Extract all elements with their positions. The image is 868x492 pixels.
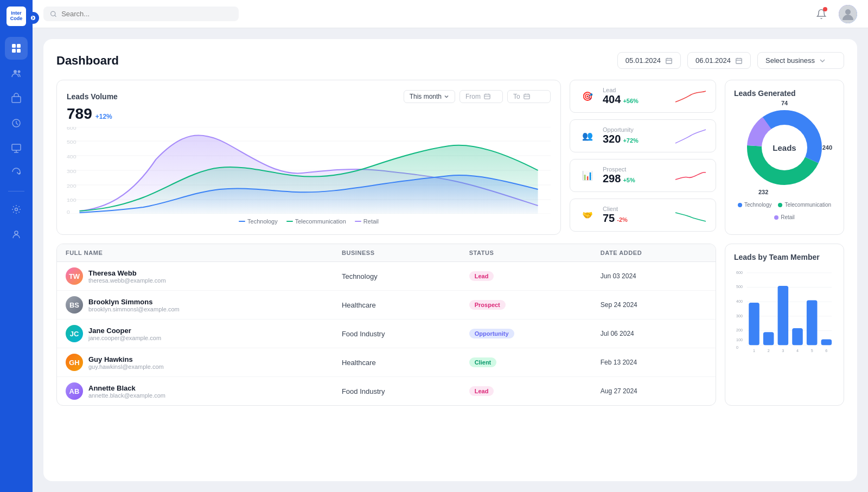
sidebar-item-contacts[interactable] [5, 62, 28, 85]
svg-text:200: 200 [736, 328, 743, 333]
status-cell: Opportunity [461, 320, 592, 348]
svg-point-6 [18, 71, 21, 73]
svg-text:600: 600 [67, 127, 76, 131]
person-name: Annette Black [88, 384, 165, 392]
col-business: Business [333, 244, 461, 262]
stat-value-client: 75 [603, 212, 615, 225]
search-input[interactable] [61, 10, 232, 18]
legend-dot-tech [239, 221, 245, 222]
sidebar-item-dashboard[interactable] [5, 37, 28, 60]
stat-info-client: Client 75 -2% [603, 206, 668, 225]
status-badge: Lead [469, 386, 494, 396]
status-cell: Client [461, 348, 592, 377]
svg-text:500: 500 [67, 139, 76, 145]
avatar[interactable] [839, 5, 857, 23]
calendar-icon-2 [735, 57, 743, 65]
svg-line-12 [55, 15, 56, 17]
person-email: annette.black@example.com [88, 392, 165, 399]
legend-retail: Retail [355, 218, 379, 225]
stat-icon-client: 🤝 [579, 207, 596, 224]
calendar-from-icon [484, 93, 490, 100]
person-cell: TW Theresa Webb theresa.webb@example.com [66, 267, 324, 285]
date-to-picker[interactable]: 06.01.2024 [687, 52, 751, 69]
bar-2 [763, 332, 774, 345]
date-cell: Jun 03 2024 [592, 262, 716, 291]
table-row[interactable]: JC Jane Cooper jane.cooper@example.com F… [57, 320, 716, 348]
table-wrapper: Full Name Business Status Date Added TW … [57, 244, 716, 405]
person-email: jane.cooper@example.com [88, 335, 161, 341]
svg-text:500: 500 [736, 285, 743, 289]
col-status: Status [461, 244, 592, 262]
stat-value-opportunity: 320 [603, 133, 621, 145]
svg-point-14 [845, 9, 851, 15]
bar-3 [778, 286, 789, 345]
sidebar-item-support[interactable] [5, 162, 28, 184]
sidebar-item-screens[interactable] [5, 137, 28, 159]
person-cell: GH Guy Hawkins guy.hawkinsl@example.com [66, 354, 324, 371]
to-date-input[interactable]: To [507, 90, 551, 103]
svg-rect-1 [12, 44, 16, 48]
this-month-btn[interactable]: This month [404, 90, 455, 103]
svg-text:100: 100 [736, 338, 743, 342]
person-avatar: JC [66, 325, 83, 342]
stats-column: 🎯 Lead 404 +56% [570, 80, 716, 235]
date-to-value: 06.01.2024 [695, 56, 731, 65]
stat-value-lead: 404 [603, 93, 621, 106]
svg-text:3: 3 [782, 349, 784, 353]
sidebar-item-business[interactable] [5, 87, 28, 110]
content: Dashboard 05.01.2024 06.01.2024 Select b… [33, 28, 868, 492]
stat-info-lead: Lead 404 +56% [603, 87, 668, 106]
table-row[interactable]: GH Guy Hawkins guy.hawkinsl@example.com … [57, 348, 716, 377]
svg-rect-16 [736, 58, 742, 63]
sidebar: InterCode [0, 0, 33, 492]
business-cell: Healthcare [333, 291, 461, 320]
calendar-icon [665, 57, 673, 65]
legend-dot-telecom2 [778, 203, 782, 207]
donut-card: Leads Generated 74 240 232 [725, 80, 844, 235]
business-cell: Food Industry [333, 377, 461, 406]
legend-dot-retail2 [774, 215, 778, 220]
business-cell: Technology [333, 262, 461, 291]
legend-telecom2: Telecommunication [778, 202, 831, 208]
leads-chart-area: 600 500 400 300 200 100 0 [67, 127, 551, 214]
sidebar-item-profile[interactable] [5, 223, 28, 246]
select-business-label: Select business [765, 56, 815, 65]
stat-card-opportunity: 👥 Opportunity 320 +72% [570, 119, 716, 152]
chevron-down-icon [819, 57, 826, 64]
date-cell: Feb 13 2024 [592, 348, 716, 377]
svg-text:300: 300 [67, 169, 76, 174]
notification-button[interactable] [813, 5, 830, 23]
sidebar-item-settings[interactable] [5, 198, 28, 221]
from-date-input[interactable]: From [459, 90, 503, 103]
sidebar-toggle[interactable] [27, 12, 39, 24]
select-business-button[interactable]: Select business [757, 52, 844, 69]
table-body: TW Theresa Webb theresa.webb@example.com… [57, 262, 716, 406]
leads-table: Full Name Business Status Date Added TW … [57, 244, 716, 405]
stat-change-opportunity: +72% [623, 137, 638, 144]
person-email: theresa.webb@example.com [88, 277, 166, 284]
svg-text:0: 0 [736, 346, 738, 350]
person-name: Jane Cooper [88, 327, 161, 335]
svg-rect-15 [666, 58, 672, 63]
main-grid: Leads Volume This month From T [56, 80, 844, 235]
date-from-picker[interactable]: 05.01.2024 [617, 52, 681, 69]
svg-rect-3 [12, 49, 16, 53]
table-row[interactable]: TW Theresa Webb theresa.webb@example.com… [57, 262, 716, 291]
date-cell: Aug 27 2024 [592, 377, 716, 406]
header [33, 0, 868, 28]
table-header-row: Full Name Business Status Date Added [57, 244, 716, 262]
person-name: Theresa Webb [88, 269, 166, 277]
legend-tech: Technology [738, 202, 772, 208]
chevron-month-icon [444, 94, 449, 99]
search-bar[interactable] [43, 7, 239, 21]
logo-box: InterCode [7, 7, 26, 26]
person-cell: AB Annette Black annette.black@example.c… [66, 382, 324, 400]
table-row[interactable]: BS Brooklyn Simmons brooklyn.simmonsl@ex… [57, 291, 716, 320]
filter-row: This month From To [404, 90, 551, 103]
col-fullname: Full Name [57, 244, 333, 262]
legend-dot-retail [355, 221, 361, 222]
stat-label-prospect: Prospect [603, 166, 668, 172]
table-row[interactable]: AB Annette Black annette.black@example.c… [57, 377, 716, 406]
sidebar-item-activity[interactable] [5, 112, 28, 135]
legend-dot-tech2 [738, 203, 742, 207]
